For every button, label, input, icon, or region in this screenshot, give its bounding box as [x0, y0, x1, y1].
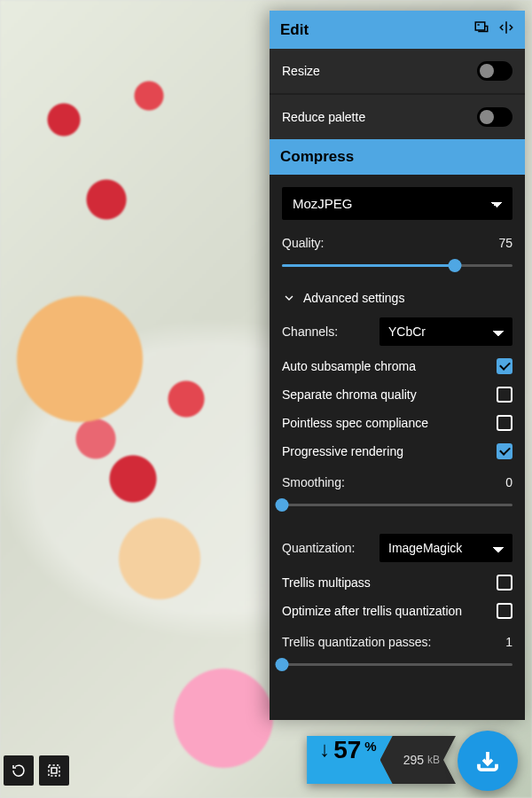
- smoothing-label: Smoothing:: [282, 475, 345, 489]
- separate-chroma-row: Separate chroma quality: [282, 387, 512, 403]
- resize-toggle[interactable]: [477, 61, 512, 81]
- compress-header: Compress: [270, 139, 525, 175]
- background-toggle-button[interactable]: [39, 755, 69, 786]
- bottom-left-toolbar: [4, 755, 69, 786]
- settings-panel: Edit Resize Reduce palette Compress MozJ…: [270, 11, 525, 720]
- channels-row: Channels: YCbCr: [282, 317, 512, 346]
- optimize-after-trellis-checkbox[interactable]: [497, 603, 512, 619]
- reduce-palette-row: Reduce palette: [270, 95, 525, 139]
- progressive-checkbox[interactable]: [497, 443, 512, 459]
- channels-label: Channels:: [282, 325, 338, 339]
- progressive-label: Progressive rendering: [282, 444, 403, 458]
- rotate-icon: [11, 763, 27, 778]
- channels-select[interactable]: YCbCr: [379, 317, 512, 346]
- download-icon: [474, 747, 501, 774]
- encoder-select[interactable]: MozJPEG: [282, 187, 512, 220]
- compare-icon[interactable]: [498, 20, 514, 40]
- trellis-multipass-label: Trellis multipass: [282, 575, 371, 590]
- pointless-spec-label: Pointless spec compliance: [282, 416, 428, 430]
- optimize-after-trellis-label: Optimize after trellis quantization: [282, 604, 462, 618]
- advanced-settings-label: Advanced settings: [303, 291, 404, 305]
- resize-row: Resize: [270, 49, 525, 93]
- edit-header: Edit: [270, 11, 525, 49]
- trellis-passes-label: Trellis quantization passes:: [282, 635, 431, 649]
- trellis-passes-slider[interactable]: [282, 656, 512, 674]
- edit-title: Edit: [280, 21, 309, 39]
- auto-subsample-label: Auto subsample chroma: [282, 359, 416, 373]
- percent-symbol: %: [364, 739, 376, 754]
- size-value: 295: [403, 753, 424, 767]
- rotate-button[interactable]: [4, 755, 34, 786]
- chevron-down-icon: [282, 291, 296, 305]
- smoothing-slider[interactable]: [282, 497, 512, 514]
- copy-settings-icon[interactable]: [473, 20, 489, 40]
- quality-slider[interactable]: [282, 257, 512, 275]
- trellis-passes-field: Trellis quantization passes: 1: [282, 635, 512, 674]
- reduction-badge: ↓ 57 %: [307, 736, 393, 784]
- smoothing-field: Smoothing: 0: [282, 475, 512, 514]
- pointless-spec-row: Pointless spec compliance: [282, 415, 512, 431]
- reduce-palette-toggle[interactable]: [477, 107, 512, 127]
- quantization-label: Quantization:: [282, 541, 356, 555]
- svg-rect-1: [49, 765, 59, 776]
- download-button[interactable]: [458, 731, 518, 791]
- quantization-row: Quantization: ImageMagick: [282, 534, 512, 562]
- reduction-percent: 57: [333, 736, 361, 764]
- quality-field: Quality: 75: [282, 236, 512, 275]
- size-unit: kB: [427, 754, 440, 766]
- trellis-multipass-row: Trellis multipass: [282, 575, 512, 591]
- quantization-select[interactable]: ImageMagick: [379, 534, 512, 562]
- svg-rect-2: [51, 768, 57, 773]
- size-badge: 295 kB: [380, 736, 456, 784]
- separate-chroma-checkbox[interactable]: [497, 387, 512, 403]
- quality-label: Quality:: [282, 236, 324, 250]
- result-badge: ↓ 57 % 295 kB: [307, 736, 456, 784]
- compress-body: MozJPEG Quality: 75 Advanced settings Ch…: [270, 175, 525, 720]
- trellis-passes-value: 1: [505, 635, 512, 649]
- header-icons: [473, 20, 514, 40]
- separate-chroma-label: Separate chroma quality: [282, 387, 417, 402]
- resize-label: Resize: [282, 64, 320, 78]
- optimize-after-trellis-row: Optimize after trellis quantization: [282, 603, 512, 619]
- quality-value: 75: [498, 236, 512, 250]
- progressive-row: Progressive rendering: [282, 443, 512, 459]
- smoothing-value: 0: [505, 475, 512, 489]
- down-arrow-icon: ↓: [319, 737, 330, 762]
- reduce-palette-label: Reduce palette: [282, 110, 365, 124]
- pointless-spec-checkbox[interactable]: [497, 415, 512, 431]
- auto-subsample-row: Auto subsample chroma: [282, 358, 512, 374]
- background-icon: [46, 763, 62, 778]
- auto-subsample-checkbox[interactable]: [497, 358, 512, 374]
- trellis-multipass-checkbox[interactable]: [497, 575, 512, 591]
- advanced-settings-toggle[interactable]: Advanced settings: [282, 291, 512, 305]
- svg-rect-0: [475, 22, 485, 30]
